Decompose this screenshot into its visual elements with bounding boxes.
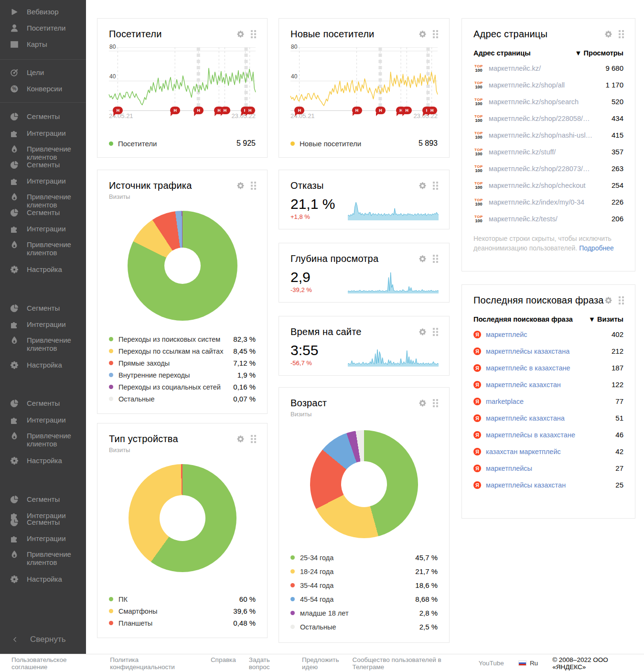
- search-phrase-link[interactable]: маркетплейсы: [486, 465, 532, 472]
- page-url-link[interactable]: маркетплейс.kz/stuff/: [489, 148, 556, 156]
- search-phrase-link[interactable]: маркетплейсы в казахстане: [486, 431, 575, 439]
- sidebar-item-integrations[interactable]: Интеграции: [0, 416, 86, 424]
- sidebar-item-acquisition[interactable]: Привлечение клиентов: [0, 193, 86, 209]
- sidebar-item-visitors[interactable]: Посетители: [0, 24, 86, 33]
- drag-handle-icon[interactable]: [433, 182, 439, 190]
- search-phrase-link[interactable]: маркетплейсы казахстана: [486, 347, 569, 355]
- sidebar-item-integrations[interactable]: Интеграции: [0, 129, 86, 138]
- column-header-phrase[interactable]: Последняя поисковая фраза: [473, 315, 573, 323]
- legend-label: 25-34 года: [300, 554, 333, 562]
- annotation-marker[interactable]: Н: [170, 107, 180, 114]
- sidebar-item-goals[interactable]: Цели: [0, 68, 86, 77]
- page-url-link[interactable]: маркетплейс.kz/shop/228073/…: [489, 165, 590, 173]
- settings-icon[interactable]: [236, 30, 245, 38]
- page-url-link[interactable]: маркетплейс.kz/shop/checkout: [489, 182, 586, 189]
- column-header-views-sorted[interactable]: ▼ Просмотры: [575, 49, 623, 57]
- search-phrase-link[interactable]: маркетплейс: [486, 331, 527, 338]
- settings-icon[interactable]: [419, 255, 427, 263]
- page-url-link[interactable]: маркетплейс.kz/shop/228058/…: [489, 115, 590, 122]
- settings-icon[interactable]: [604, 296, 612, 304]
- settings-icon[interactable]: [419, 399, 427, 407]
- annotation-marker[interactable]: Н: [402, 107, 412, 114]
- sidebar-collapse-button[interactable]: Свернуть: [0, 635, 86, 644]
- drag-handle-icon[interactable]: [433, 328, 439, 336]
- page-url-link[interactable]: маркетплейс.kz/shop/search: [489, 98, 579, 106]
- column-header-name[interactable]: Адрес страницы: [473, 49, 531, 57]
- telegram-community-link[interactable]: Сообщество пользователей в Телеграме: [352, 656, 464, 671]
- page-url-link[interactable]: маркетплейс.kz/: [489, 65, 541, 72]
- search-phrase-link[interactable]: маркетплейсы казахстан: [486, 481, 566, 489]
- sidebar-item-settings[interactable]: Настройка: [0, 456, 86, 465]
- settings-icon[interactable]: [419, 30, 427, 38]
- footer-link-4[interactable]: Предложить идею: [302, 656, 352, 671]
- annotation-marker[interactable]: Н: [294, 107, 304, 114]
- sidebar-item-settings[interactable]: Настройка: [0, 265, 86, 274]
- annotation-marker[interactable]: Н: [376, 107, 386, 114]
- page-url-link[interactable]: маркетплейс.kz/shop/nashi-usl…: [489, 131, 592, 139]
- column-header-visits-sorted[interactable]: ▼ Визиты: [589, 315, 623, 323]
- search-phrase-link[interactable]: маркетплейс казахстан: [486, 381, 561, 389]
- drag-handle-icon[interactable]: [433, 399, 439, 407]
- drag-handle-icon[interactable]: [251, 30, 257, 38]
- annotation-marker[interactable]: Н: [427, 107, 437, 114]
- legend-value: 18,6 %: [415, 581, 438, 589]
- table-row: Яказахстан маркетплейс42: [473, 443, 623, 460]
- settings-icon[interactable]: [419, 182, 427, 190]
- sidebar-item-acquisition[interactable]: Привлечение клиентов: [0, 336, 86, 352]
- sidebar-item-integrations[interactable]: Интеграции: [0, 177, 86, 185]
- drag-handle-icon[interactable]: [251, 182, 257, 190]
- sidebar-item-integrations[interactable]: Интеграции: [0, 320, 86, 329]
- annotation-marker[interactable]: Н: [113, 107, 123, 114]
- yandex-icon: Я: [473, 347, 481, 355]
- settings-icon[interactable]: [236, 182, 245, 190]
- table-row: TOP100маркетплейс.kz/shop/all1 170: [473, 76, 623, 93]
- note-more-link[interactable]: Подробнее: [579, 244, 614, 252]
- language-switcher[interactable]: Ru: [518, 660, 538, 667]
- sidebar-item-integrations[interactable]: Интеграции: [0, 225, 86, 233]
- annotation-marker[interactable]: Н: [193, 107, 204, 114]
- legend-label: Переходы из поисковых систем: [118, 336, 220, 343]
- footer-link-0[interactable]: Пользовательское соглашение: [11, 656, 97, 671]
- sidebar-item-conversions[interactable]: %Конверсии: [0, 85, 86, 93]
- search-phrase-link[interactable]: маркетплейс казахстана: [486, 414, 565, 422]
- sidebar-item-settings[interactable]: Настройка: [0, 575, 86, 584]
- sidebar-item-segments[interactable]: Сегменты: [0, 304, 86, 313]
- drag-handle-icon[interactable]: [619, 296, 624, 304]
- settings-icon[interactable]: [604, 30, 612, 38]
- annotation-marker[interactable]: Н: [245, 107, 255, 114]
- page-url-link[interactable]: маркетплейс.kz/tests/: [489, 215, 558, 223]
- drag-handle-icon[interactable]: [619, 30, 624, 38]
- settings-icon[interactable]: [419, 328, 427, 336]
- top100-badge: TOP100: [473, 198, 484, 206]
- sidebar-item-maps[interactable]: Карты: [0, 40, 86, 49]
- sidebar-item-acquisition[interactable]: Привлечение клиентов: [0, 432, 86, 448]
- legend-item: Остальные0,07 %: [109, 393, 256, 405]
- settings-icon[interactable]: [236, 435, 245, 443]
- annotation-marker[interactable]: Н: [352, 107, 362, 114]
- footer-link-3[interactable]: Задать вопрос: [249, 656, 289, 671]
- drag-handle-icon[interactable]: [251, 435, 257, 443]
- sidebar-item-segments[interactable]: Сегменты: [0, 495, 86, 504]
- footer-link-2[interactable]: Справка: [211, 656, 236, 671]
- sidebar-item-segments[interactable]: Сегменты: [0, 399, 86, 408]
- search-phrase-link[interactable]: казахстан маркетплейс: [486, 448, 561, 455]
- youtube-link[interactable]: YouTube: [479, 660, 504, 667]
- page-url-link[interactable]: маркетплейс.kz/index/my/0-34: [489, 198, 584, 206]
- search-phrase-link[interactable]: marketplace: [486, 398, 524, 405]
- sidebar-item-settings[interactable]: Настройка: [0, 361, 86, 369]
- sidebar-item-integrations[interactable]: Интеграции: [0, 534, 86, 543]
- sidebar-item-segments[interactable]: Сегменты: [0, 112, 86, 121]
- sidebar-item-segments[interactable]: Сегменты: [0, 518, 86, 527]
- drag-handle-icon[interactable]: [433, 30, 439, 38]
- sidebar-item-acquisition[interactable]: Привлечение клиентов: [0, 550, 86, 566]
- annotation-marker[interactable]: Н: [220, 107, 230, 114]
- search-phrase-link[interactable]: маркетплейс в казахстане: [486, 364, 570, 372]
- sidebar-item-webvisor[interactable]: Вебвизор: [0, 8, 86, 16]
- sidebar-item-segments[interactable]: Сегменты: [0, 208, 86, 217]
- sidebar-item-acquisition[interactable]: Привлечение клиентов: [0, 240, 86, 257]
- page-url-link[interactable]: маркетплейс.kz/shop/all: [489, 81, 565, 89]
- drag-handle-icon[interactable]: [433, 255, 439, 263]
- sidebar-item-acquisition[interactable]: Привлечение клиентов: [0, 145, 86, 161]
- footer-link-1[interactable]: Политика конфиденциальности: [110, 656, 198, 671]
- sidebar-item-segments[interactable]: Сегменты: [0, 161, 86, 169]
